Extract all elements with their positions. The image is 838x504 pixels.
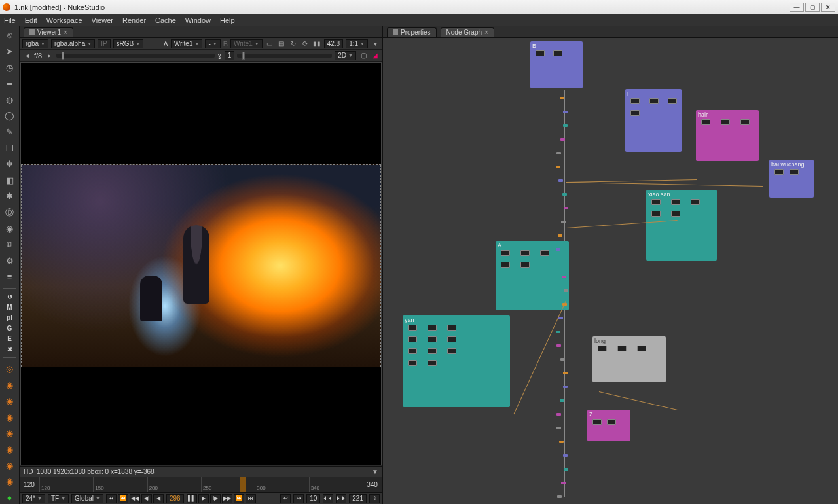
node[interactable] [520, 250, 530, 256]
node[interactable] [553, 50, 562, 56]
menu-help[interactable]: Help [220, 16, 235, 24]
pipe-node[interactable] [559, 441, 564, 443]
node-graph-canvas[interactable]: BFhairbai wuchangxiao sanAyanlongZ [383, 38, 838, 504]
node[interactable] [721, 119, 730, 125]
current-frame-field[interactable]: 296 [166, 494, 184, 503]
node[interactable] [651, 199, 661, 205]
refresh-icon[interactable]: ↻ [289, 39, 298, 48]
pause-icon[interactable]: ▮▮ [312, 39, 321, 48]
timeline-start[interactable]: 120 [20, 477, 39, 492]
node[interactable] [428, 360, 437, 366]
pipe-node[interactable] [556, 427, 561, 429]
clip-icon[interactable]: ▭ [265, 39, 274, 48]
zoom-select[interactable]: 1:1▼ [346, 39, 368, 48]
jump-fwd-icon[interactable]: ⏵⏵ [336, 494, 346, 503]
menu-cache[interactable]: Cache [155, 16, 176, 24]
node[interactable] [671, 199, 680, 205]
pipe-node[interactable] [558, 317, 563, 319]
pipe-node[interactable] [556, 166, 560, 168]
pipe-node[interactable] [563, 454, 568, 457]
pipe-node[interactable] [563, 372, 568, 374]
lut-select[interactable]: sRGB▼ [113, 39, 144, 48]
b-input-select[interactable]: Write1▼ [230, 39, 263, 48]
pl-label[interactable]: pl [3, 314, 16, 321]
prev-icon[interactable]: ◂ [22, 51, 31, 60]
node[interactable] [630, 98, 640, 104]
move-icon[interactable]: ✥ [3, 158, 16, 171]
node[interactable] [668, 98, 677, 104]
node[interactable] [428, 325, 437, 331]
pipe-node[interactable] [560, 358, 565, 361]
node[interactable] [637, 346, 646, 351]
cube-icon[interactable]: ◧ [3, 173, 16, 187]
node[interactable] [649, 98, 659, 104]
ring5-icon[interactable]: ◉ [3, 427, 16, 440]
node[interactable] [790, 169, 799, 175]
node-graph-tab[interactable]: Node Graph × [441, 27, 494, 37]
ip-toggle[interactable]: IP [98, 39, 110, 48]
properties-tab[interactable]: Properties [387, 27, 437, 37]
roi-icon[interactable]: ▤ [277, 39, 286, 48]
maximize-button[interactable]: ▢ [805, 3, 820, 12]
step-back-icon[interactable]: ↩ [280, 494, 291, 503]
jump-back-icon[interactable]: ⏴⏴ [323, 494, 333, 503]
menu-edit[interactable]: Edit [25, 16, 37, 24]
ring4-icon[interactable]: ◉ [3, 411, 16, 424]
node[interactable] [701, 119, 710, 125]
pipe-node[interactable] [561, 482, 566, 484]
pipe-node[interactable] [556, 248, 560, 251]
pipe-node[interactable] [558, 234, 562, 237]
gamma-slider[interactable] [237, 54, 332, 58]
menu-file[interactable]: File [4, 16, 16, 24]
pipe-node[interactable] [556, 413, 561, 416]
node[interactable] [408, 360, 417, 366]
node[interactable] [592, 419, 602, 425]
scope-select[interactable]: Global▼ [71, 494, 103, 503]
playback-btn-6[interactable]: ▶ [198, 494, 209, 503]
pipe-node[interactable] [557, 495, 562, 498]
viewer-tab[interactable]: Viewer1 × [24, 27, 73, 37]
playback-btn-3[interactable]: ◀Ⅰ [141, 494, 152, 503]
pipe-node[interactable] [561, 221, 566, 223]
node[interactable] [447, 348, 456, 354]
spark-icon[interactable]: ✱ [3, 190, 16, 203]
view-mode-select[interactable]: 2D▼ [335, 51, 356, 60]
node[interactable] [536, 50, 545, 56]
layers-icon[interactable]: ❒ [3, 141, 16, 154]
backdrop-long[interactable]: long [592, 336, 666, 382]
pipe-node[interactable] [563, 124, 568, 127]
node[interactable] [520, 262, 530, 268]
backdrop-baiwuchang[interactable]: bai wuchang [769, 160, 814, 198]
pipe-node[interactable] [564, 468, 568, 471]
backdrop-B[interactable]: B [530, 41, 583, 88]
node[interactable] [671, 211, 680, 217]
g-label[interactable]: G [3, 325, 16, 332]
backdrop-Z[interactable]: Z [587, 410, 630, 441]
next-icon[interactable]: ▸ [45, 51, 54, 60]
node[interactable] [651, 211, 661, 217]
swap-icon[interactable]: ↺ [3, 293, 16, 300]
tag-icon[interactable]: ⧉ [3, 238, 16, 251]
timeline-cursor[interactable] [240, 477, 246, 492]
pipe-node[interactable] [564, 289, 568, 292]
playback-btn-7[interactable]: Ⅰ▶ [210, 494, 221, 503]
menu-workspace[interactable]: Workspace [46, 16, 82, 24]
ring8-icon[interactable]: ◉ [3, 475, 16, 488]
pointer-icon[interactable]: ➤ [3, 45, 16, 58]
gain-readout[interactable]: 42.8 [324, 39, 343, 48]
pipe-node[interactable] [558, 179, 563, 182]
pipe-node[interactable] [563, 111, 568, 113]
fps-select[interactable]: 24*▼ [22, 494, 45, 503]
playback-btn-10[interactable]: ⏭ [246, 494, 256, 503]
pipe-node[interactable] [560, 138, 565, 141]
step-field[interactable]: 10 [306, 494, 320, 503]
node[interactable] [617, 346, 627, 351]
ring6-icon[interactable]: ◉ [3, 443, 16, 456]
menu-window[interactable]: Window [185, 16, 211, 24]
ring2-icon[interactable]: ◉ [3, 378, 16, 391]
backdrop-hair[interactable]: hair [696, 110, 759, 161]
ring1-icon[interactable]: ◎ [3, 363, 16, 376]
playback-btn-4[interactable]: ◀ [153, 494, 164, 503]
pipe-node[interactable] [556, 331, 560, 333]
node[interactable] [428, 348, 437, 354]
